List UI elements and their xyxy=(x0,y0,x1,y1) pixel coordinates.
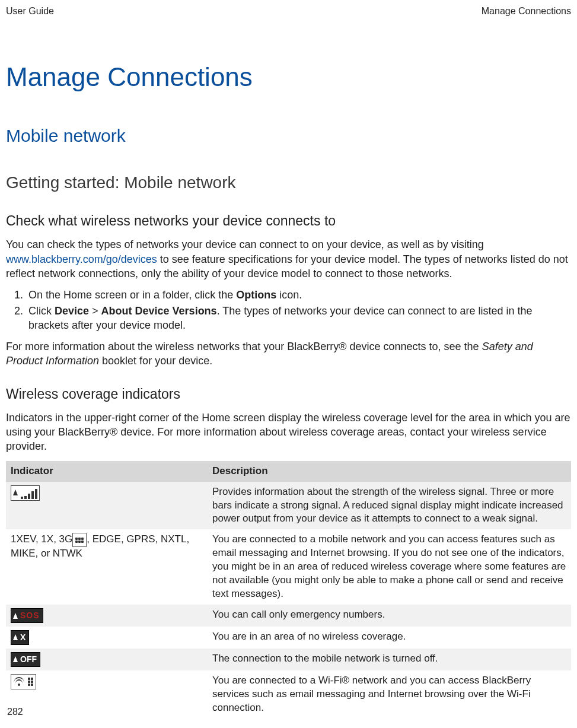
page-number: 282 xyxy=(7,705,23,719)
col-indicator: Indicator xyxy=(6,461,208,482)
text: icon. xyxy=(276,289,302,301)
section-getting-started: Getting started: Mobile network xyxy=(6,171,571,194)
bold-device: Device xyxy=(55,305,89,317)
indicators-table: Indicator Description Provides informati… xyxy=(6,461,571,719)
block-check-networks: Check what wireless networks your device… xyxy=(6,212,571,368)
header-right: Manage Connections xyxy=(482,5,571,18)
step-2: Click Device > About Device Versions. Th… xyxy=(26,304,571,333)
intro-paragraph: You can check the types of networks your… xyxy=(6,237,571,281)
sos-text: SOS xyxy=(20,610,40,621)
bold-options: Options xyxy=(236,289,276,301)
steps-list: On the Home screen or in a folder, click… xyxy=(6,288,571,332)
text: For more information about the wireless … xyxy=(6,341,482,352)
col-description: Description xyxy=(208,461,571,482)
table-row: 1XEV, 1X, 3G, EDGE, GPRS, NXTL, MIKE, or… xyxy=(6,529,571,605)
page-title: Manage Connections xyxy=(6,59,571,94)
cell-description: You can call only emergency numbers. xyxy=(208,605,571,627)
cell-indicator: SOS xyxy=(6,605,208,627)
text: > xyxy=(89,305,101,317)
text: On the Home screen or in a folder, click… xyxy=(28,289,236,301)
table-row: OFF The connection to the mobile network… xyxy=(6,648,571,670)
blackberry-logo-icon xyxy=(72,533,87,547)
cell-description: The connection to the mobile network is … xyxy=(208,648,571,670)
step-1: On the Home screen or in a folder, click… xyxy=(26,288,571,302)
heading-check-networks: Check what wireless networks your device… xyxy=(6,212,571,230)
block-coverage-indicators: Wireless coverage indicators Indicators … xyxy=(6,385,571,719)
sos-icon: SOS xyxy=(11,608,43,623)
cell-indicator xyxy=(6,670,208,719)
cell-description: Provides information about the strength … xyxy=(208,482,571,530)
bold-about-versions: About Device Versions xyxy=(101,305,217,317)
table-row: SOS You can call only emergency numbers. xyxy=(6,605,571,627)
table-row: Provides information about the strength … xyxy=(6,482,571,530)
off-text: OFF xyxy=(20,654,37,665)
no-coverage-icon: X xyxy=(11,630,29,645)
table-header-row: Indicator Description xyxy=(6,461,571,482)
cell-indicator: 1XEV, 1X, 3G, EDGE, GPRS, NXTL, MIKE, or… xyxy=(6,529,208,605)
footer-paragraph: For more information about the wireless … xyxy=(6,339,571,368)
text: You can check the types of networks your… xyxy=(6,239,484,250)
table-row: You are connected to a Wi-Fi® network an… xyxy=(6,670,571,719)
section-mobile-network: Mobile network xyxy=(6,124,571,148)
heading-coverage-indicators: Wireless coverage indicators xyxy=(6,385,571,403)
cell-indicator xyxy=(6,482,208,530)
x-text: X xyxy=(20,632,25,643)
text: booklet for your device. xyxy=(99,355,212,367)
cell-description: You are connected to a Wi-Fi® network an… xyxy=(208,670,571,719)
cell-indicator: OFF xyxy=(6,648,208,670)
coverage-intro: Indicators in the upper-right corner of … xyxy=(6,411,571,454)
table-row: X You are in an area of no wireless cove… xyxy=(6,627,571,648)
network-off-icon: OFF xyxy=(11,652,40,667)
cell-indicator: X xyxy=(6,627,208,648)
cell-description: You are in an area of no wireless covera… xyxy=(208,627,571,648)
text: 1XEV, 1X, 3G xyxy=(11,534,72,545)
link-bb-devices[interactable]: www.blackberry.com/go/devices xyxy=(6,253,157,265)
text: Click xyxy=(28,305,55,317)
running-header: User Guide Manage Connections xyxy=(6,5,571,18)
cell-description: You are connected to a mobile network an… xyxy=(208,529,571,605)
wifi-blackberry-icon xyxy=(11,674,36,689)
header-left: User Guide xyxy=(6,5,54,18)
signal-strength-icon xyxy=(11,485,40,501)
